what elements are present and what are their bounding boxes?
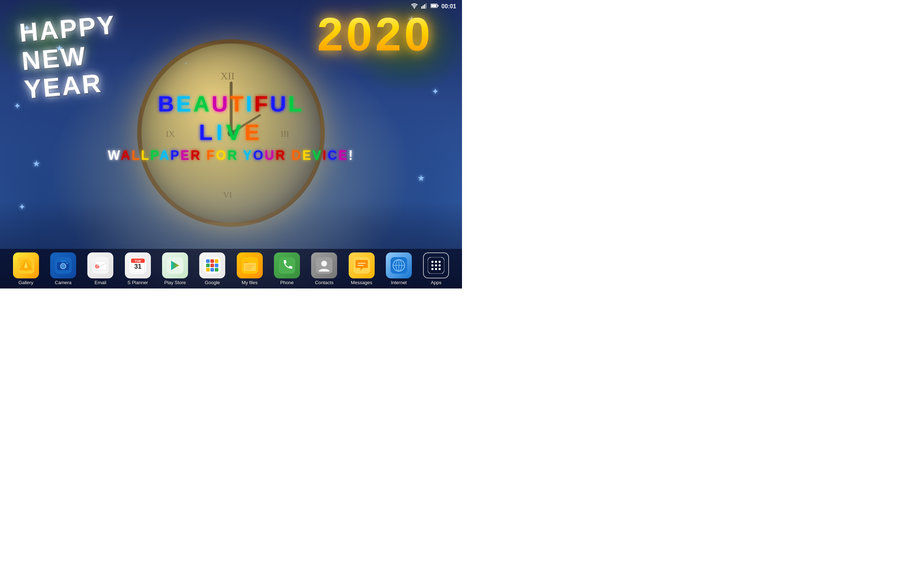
happy-new-year-text: HAPPY NEW YEAR [18, 10, 122, 104]
svg-point-69 [439, 268, 441, 270]
app-splanner[interactable]: TUE 31 S Planner [122, 253, 154, 285]
svg-point-63 [439, 261, 441, 263]
year-2020-text: 2020 [317, 7, 433, 61]
myfiles-label: My files [242, 280, 258, 285]
svg-rect-39 [206, 264, 210, 267]
battery-icon [431, 3, 439, 10]
svg-rect-47 [245, 267, 252, 268]
apps-icon[interactable] [423, 253, 449, 279]
svg-rect-37 [210, 259, 214, 263]
svg-rect-38 [215, 259, 218, 263]
google-icon[interactable] [199, 253, 225, 279]
app-apps[interactable]: Apps [420, 253, 452, 285]
svg-rect-53 [358, 263, 366, 264]
svg-text:XII: XII [221, 70, 234, 82]
myfiles-icon[interactable] [237, 253, 263, 279]
camera-icon[interactable] [50, 253, 76, 279]
svg-rect-49 [279, 257, 295, 274]
svg-point-21 [63, 266, 64, 267]
taskbar: Gallery Camera [0, 249, 462, 288]
svg-text:31: 31 [134, 263, 142, 270]
app-messages[interactable]: Messages [346, 253, 378, 285]
beautiful-text: BEAUTIFUL [105, 91, 357, 116]
svg-point-66 [439, 264, 441, 266]
sparkle-star-7: ✦ [432, 87, 439, 97]
status-bar: 00:01 [405, 0, 462, 13]
svg-text:TUE: TUE [135, 259, 141, 263]
sparkle-star-9: · [185, 58, 187, 68]
splanner-icon[interactable]: TUE 31 [125, 253, 151, 279]
camera-label: Camera [55, 280, 71, 285]
sparkle-star-8: ★ [417, 173, 425, 183]
svg-rect-48 [245, 269, 251, 269]
app-camera[interactable]: Camera [47, 253, 79, 285]
svg-rect-10 [424, 4, 425, 9]
sparkle-star-4: ★ [32, 159, 40, 169]
svg-point-51 [321, 261, 327, 266]
gallery-icon[interactable] [13, 253, 39, 279]
svg-rect-13 [438, 5, 439, 6]
messages-icon[interactable] [349, 253, 375, 279]
apps-label: Apps [431, 280, 441, 285]
playstore-label: Play Store [164, 280, 186, 285]
screen: XII III VI IX ✦ ★ ✦ ★ ✦ ★ ✦ ★ · HAPPY NE… [0, 0, 462, 288]
svg-point-64 [431, 264, 433, 266]
contacts-icon[interactable] [311, 253, 337, 279]
app-internet[interactable]: Internet [383, 253, 415, 285]
svg-rect-11 [426, 3, 426, 9]
svg-rect-8 [421, 6, 422, 9]
center-text-area: BEAUTIFUL LIVE WALLPAPER FOR YOUR DEVICE… [105, 91, 357, 163]
contacts-label: Contacts [315, 280, 333, 285]
gallery-label: Gallery [18, 280, 33, 285]
svg-text:VI: VI [223, 190, 232, 199]
phone-icon[interactable] [274, 253, 300, 279]
svg-point-61 [431, 261, 433, 263]
phone-label: Phone [280, 280, 294, 285]
sparkle-star-5: ✦ [18, 202, 26, 212]
internet-icon[interactable] [386, 253, 412, 279]
live-text: LIVE [105, 119, 357, 145]
app-google[interactable]: Google [196, 253, 228, 285]
svg-point-62 [435, 261, 437, 263]
google-label: Google [205, 280, 220, 285]
app-myfiles[interactable]: My files [234, 253, 266, 285]
svg-rect-44 [215, 268, 218, 272]
svg-rect-40 [210, 264, 214, 267]
svg-point-67 [431, 268, 433, 270]
app-phone[interactable]: Phone [271, 253, 303, 285]
svg-rect-54 [358, 265, 363, 266]
svg-rect-36 [206, 259, 210, 263]
email-label: Email [95, 280, 107, 285]
svg-point-22 [66, 263, 68, 264]
app-playstore[interactable]: Play Store [159, 253, 191, 285]
svg-rect-42 [206, 268, 210, 272]
svg-rect-41 [215, 264, 218, 267]
signal-icon [421, 3, 428, 10]
messages-label: Messages [351, 280, 372, 285]
svg-point-7 [414, 8, 415, 9]
wallpaper-device-text: WALLPAPER FOR YOUR DEVICE! [105, 148, 357, 163]
app-email[interactable]: @ Email [84, 253, 116, 285]
app-gallery[interactable]: Gallery [10, 253, 42, 285]
playstore-icon[interactable] [162, 253, 188, 279]
svg-rect-9 [423, 5, 424, 9]
internet-label: Internet [391, 280, 407, 285]
email-icon[interactable]: @ [87, 253, 113, 279]
splanner-label: S Planner [128, 280, 148, 285]
svg-rect-43 [210, 268, 214, 272]
svg-rect-14 [431, 5, 437, 7]
wifi-icon [410, 3, 418, 10]
time-display: 00:01 [441, 3, 456, 10]
app-contacts[interactable]: Contacts [308, 253, 340, 285]
sparkle-star-3: ✦ [14, 101, 21, 111]
svg-rect-46 [245, 265, 254, 266]
svg-point-65 [435, 264, 437, 266]
svg-point-68 [435, 268, 437, 270]
